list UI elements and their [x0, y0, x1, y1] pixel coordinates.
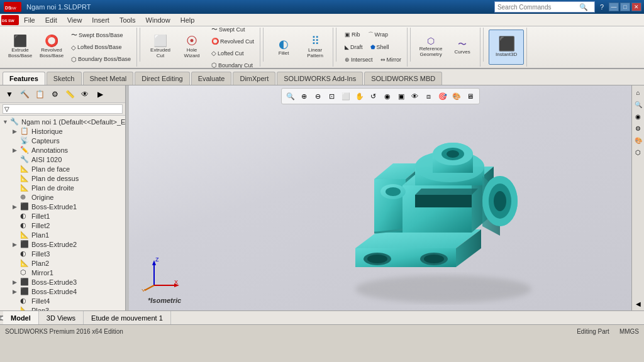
- display-manager-icon[interactable]: 👁: [78, 87, 92, 101]
- boundary-cut-button[interactable]: ⬡ Boundary Cut: [208, 60, 257, 70]
- tab-evaluate[interactable]: Evaluate: [191, 72, 232, 85]
- feature-item-historique[interactable]: ▶ 📋 Historique: [0, 126, 125, 136]
- intersect-button[interactable]: ⊕ Intersect: [341, 54, 376, 65]
- shell-button[interactable]: ⬟ Shell: [367, 41, 392, 53]
- feature-item-fillet2[interactable]: ◐ Fillet2: [0, 221, 125, 230]
- expand-icon[interactable]: ▶: [93, 87, 107, 101]
- search-bar[interactable]: 🔍: [494, 1, 595, 13]
- section-view-button[interactable]: ⧈: [423, 90, 435, 102]
- feature-manager-icon[interactable]: 🔨: [18, 87, 31, 101]
- hole-wizard-button[interactable]: ⦿ HoleWizard: [177, 30, 207, 65]
- dim-xpert-manager-icon[interactable]: 📏: [63, 87, 77, 101]
- btab-etude[interactable]: Etude de mouvement 1: [84, 311, 171, 324]
- close-button[interactable]: ✕: [631, 3, 641, 11]
- ft-expand-boss-extrude3[interactable]: ▶: [13, 279, 20, 285]
- feature-item-boss-extrude1[interactable]: ▶ ⬛ Boss-Extrude1: [0, 202, 125, 211]
- appearance-button[interactable]: 🎨: [450, 90, 463, 102]
- instant3d-button[interactable]: ⬛ Instant3D: [489, 30, 524, 65]
- tab-solidworks-addins[interactable]: SOLIDWORKS Add-Ins: [277, 72, 363, 85]
- rp-zoom-icon[interactable]: 🔍: [633, 99, 644, 110]
- feature-item-fillet4[interactable]: ◐ Fillet4: [0, 296, 125, 305]
- tab-direct-editing[interactable]: Direct Editing: [135, 72, 189, 85]
- reference-geometry-button[interactable]: ⬡ ReferenceGeometry: [416, 30, 446, 65]
- feature-item-aisi1020[interactable]: 🔧 AISI 1020: [0, 155, 125, 164]
- fillet-button[interactable]: ◐ Fillet: [269, 30, 299, 65]
- zoom-out-button[interactable]: ⊖: [312, 90, 325, 102]
- help-icon[interactable]: ?: [600, 3, 604, 11]
- configuration-manager-icon[interactable]: ⚙: [48, 87, 62, 101]
- feature-item-plan1[interactable]: 📐 Plan1: [0, 230, 125, 239]
- feature-item-plan3[interactable]: 📐 Plan3: [0, 305, 125, 310]
- boundary-boss-button[interactable]: ⬡ Boundary Boss/Base: [68, 53, 134, 65]
- btab-3dviews[interactable]: 3D Views: [39, 311, 84, 324]
- feature-item-plan-face[interactable]: 📐 Plan de face: [0, 164, 125, 173]
- feature-item-plan2[interactable]: 📐 Plan2: [0, 258, 125, 268]
- menu-insert[interactable]: Insert: [87, 15, 114, 25]
- pan-button[interactable]: ✋: [353, 90, 366, 102]
- mirror-button[interactable]: ⇔ Mirror: [377, 54, 405, 65]
- view-button[interactable]: ◉: [381, 90, 394, 102]
- rp-settings-icon[interactable]: ⚙: [633, 123, 644, 134]
- btab-model[interactable]: Model: [3, 311, 39, 324]
- rp-display-icon[interactable]: ⬡: [633, 146, 644, 158]
- feature-item-boss-extrude2[interactable]: ▶ ⬛ Boss-Extrude2: [0, 239, 125, 249]
- tab-solidworks-mbd[interactable]: SOLIDWORKS MBD: [364, 72, 442, 85]
- swept-boss-button[interactable]: 〜 Swept Boss/Base: [68, 30, 134, 41]
- monitor-button[interactable]: 🖥: [464, 90, 477, 102]
- ft-expand-historique[interactable]: ▶: [13, 128, 20, 134]
- tab-sketch[interactable]: Sketch: [47, 72, 82, 85]
- tab-features[interactable]: Features: [3, 72, 45, 85]
- zoom-sheet-button[interactable]: ⬜: [340, 90, 352, 102]
- linear-pattern-button[interactable]: ⠿ LinearPattern: [300, 30, 330, 65]
- feature-item-boss-extrude3[interactable]: ▶ ⬛ Boss-Extrude3: [0, 277, 125, 287]
- revolved-cut-button[interactable]: ⭕ Revolved Cut: [208, 36, 257, 47]
- wrap-button[interactable]: ⌒ Wrap: [365, 29, 391, 40]
- rp-expand-icon[interactable]: ◀: [633, 298, 644, 309]
- rp-color-icon[interactable]: 🎨: [633, 134, 644, 146]
- menu-tools[interactable]: Tools: [114, 15, 141, 25]
- feature-item-annotations[interactable]: ▶ ✏️ Annotations: [0, 145, 125, 155]
- rp-view-icon[interactable]: ◉: [633, 111, 644, 122]
- menu-edit[interactable]: Edit: [40, 15, 62, 25]
- draft-button[interactable]: ◣ Draft: [341, 41, 366, 53]
- feature-item-fillet1[interactable]: ◐ Fillet1: [0, 211, 125, 221]
- zoom-button[interactable]: 🔍: [284, 90, 297, 102]
- menu-help[interactable]: Help: [175, 15, 200, 25]
- extruded-cut-button[interactable]: ⬜ ExtrudedCut: [145, 30, 175, 65]
- feature-item-plan-droite[interactable]: 📐 Plan de droite: [0, 183, 125, 192]
- restore-button[interactable]: □: [620, 3, 630, 11]
- lofted-cut-button[interactable]: ◇ Lofted Cut: [208, 48, 257, 59]
- rotate-button[interactable]: ↺: [367, 90, 380, 102]
- fit-all-button[interactable]: ⊡: [326, 90, 338, 102]
- swept-cut-button[interactable]: 〜 Swept Cut: [208, 26, 257, 35]
- lofted-boss-button[interactable]: ◇ Lofted Boss/Base: [68, 41, 134, 53]
- hide-button[interactable]: 👁: [409, 90, 421, 102]
- view-orientation-button[interactable]: 🎯: [436, 90, 449, 102]
- feature-item-fillet3[interactable]: ◐ Fillet3: [0, 249, 125, 258]
- ft-expand-annotations[interactable]: ▶: [13, 147, 20, 153]
- tab-dimxpert[interactable]: DimXpert: [233, 72, 275, 85]
- feature-item-boss-extrude4[interactable]: ▶ ⬛ Boss-Extrude4: [0, 287, 125, 296]
- feature-item-plan-dessus[interactable]: 📐 Plan de dessus: [0, 173, 125, 183]
- property-manager-icon[interactable]: 📋: [33, 87, 47, 101]
- menu-view[interactable]: View: [62, 15, 87, 25]
- ft-expand-boss-extrude4[interactable]: ▶: [13, 288, 20, 295]
- rp-home-icon[interactable]: ⌂: [633, 87, 644, 98]
- viewport[interactable]: 🔍 ⊕ ⊖ ⊡ ⬜ ✋ ↺ ◉ ▣ 👁 ⧈ 🎯 🎨 🖥: [129, 85, 631, 310]
- feature-item-origine[interactable]: ⊕ Origine: [0, 192, 125, 202]
- extrude-boss-button[interactable]: ⬛ ExtrudeBoss/Base: [5, 30, 35, 65]
- rib-button[interactable]: ▣ Rib: [341, 29, 364, 40]
- zoom-in-button[interactable]: ⊕: [298, 90, 311, 102]
- ft-expand-boss-extrude2[interactable]: ▶: [13, 241, 20, 248]
- curves-button[interactable]: 〜 Curves: [447, 30, 477, 65]
- display-style-button[interactable]: ▣: [395, 90, 408, 102]
- feature-item-mirror1[interactable]: ⬡ Mirror1: [0, 268, 125, 277]
- menu-window[interactable]: Window: [141, 15, 175, 25]
- minimize-button[interactable]: —: [609, 3, 619, 11]
- feature-item-capteurs[interactable]: 📡 Capteurs: [0, 136, 125, 145]
- revolved-boss-button[interactable]: ⭕ RevolvedBoss/Base: [36, 30, 67, 65]
- feature-root[interactable]: ▼ 🔧 Ngam noi 1 (Default<<Default>_Etat d…: [0, 117, 125, 126]
- filter-icon[interactable]: ▼: [3, 87, 16, 101]
- menu-file[interactable]: File: [19, 15, 40, 25]
- tab-sheet-metal[interactable]: Sheet Metal: [83, 72, 134, 85]
